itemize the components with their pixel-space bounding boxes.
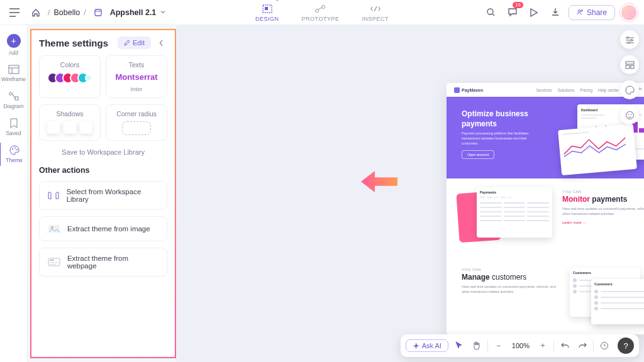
settings-icon[interactable] xyxy=(620,30,639,49)
help-icon[interactable]: ? xyxy=(618,337,634,354)
preview-section-monitor: Payments YOU CAN Monitor payments View r… xyxy=(447,178,644,256)
svg-rect-2 xyxy=(265,7,268,10)
tutorial-arrow xyxy=(361,171,397,192)
svg-rect-14 xyxy=(48,225,60,233)
shadows-card[interactable]: Shadows xyxy=(39,104,101,141)
svg-rect-17 xyxy=(50,260,54,261)
sidebar-diagram[interactable]: Diagram xyxy=(0,89,27,112)
svg-rect-0 xyxy=(95,9,101,16)
svg-point-6 xyxy=(578,10,580,13)
chevron-down-icon[interactable] xyxy=(160,8,166,17)
preview-logo: PayMaven xyxy=(454,87,483,93)
svg-point-20 xyxy=(626,36,628,38)
texts-card[interactable]: Texts Montserrat Inter xyxy=(106,55,167,98)
download-icon[interactable] xyxy=(547,4,564,21)
svg-rect-23 xyxy=(626,62,634,64)
sidebar-wireframe[interactable]: Wireframe xyxy=(0,62,27,85)
edit-button[interactable]: Edit xyxy=(118,36,151,49)
history-icon[interactable] xyxy=(597,339,611,353)
webpage-icon xyxy=(47,256,61,268)
preview-hero: Optimize businesspayments Payment proces… xyxy=(447,97,644,178)
bookmark-icon xyxy=(9,118,18,128)
comments-badge: 18 xyxy=(513,2,523,8)
action-extract-image[interactable]: Extract theme from image xyxy=(39,216,167,241)
font-secondary: Inter xyxy=(130,85,142,92)
avatar[interactable] xyxy=(620,4,638,21)
ask-ai-button[interactable]: Ask AI xyxy=(406,339,448,352)
layers-icon[interactable] xyxy=(620,55,639,74)
panel-title: Theme settings xyxy=(39,38,108,48)
top-bar: / Bobello / Appshell 2.1 DESIGN PROTOTYP… xyxy=(0,0,644,25)
svg-point-11 xyxy=(12,148,13,150)
color-swatches xyxy=(47,72,92,84)
breadcrumb-workspace[interactable]: Bobello xyxy=(53,8,80,17)
canvas[interactable]: PayMaven ServicesSolutionsPricingHelp ce… xyxy=(176,25,644,362)
theme-rail-icon[interactable] xyxy=(620,80,639,99)
menu-icon[interactable] xyxy=(6,4,23,21)
svg-rect-8 xyxy=(9,65,19,74)
plus-icon: + xyxy=(7,34,21,48)
svg-rect-24 xyxy=(626,65,630,69)
other-actions-title: Other actions xyxy=(39,166,167,175)
collapse-icon[interactable] xyxy=(155,36,167,49)
preview-nav: PayMaven ServicesSolutionsPricingHelp ce… xyxy=(447,83,644,97)
svg-point-5 xyxy=(487,9,493,14)
action-select-library[interactable]: Select from Workspace Library xyxy=(39,181,167,210)
tab-prototype[interactable]: PROTOTYPE xyxy=(302,3,340,22)
svg-point-26 xyxy=(626,111,633,119)
svg-point-4 xyxy=(322,5,325,8)
comments-icon[interactable]: 18 xyxy=(504,4,521,21)
cursor-icon[interactable] xyxy=(452,339,466,353)
library-icon xyxy=(47,190,60,201)
breadcrumb: / Bobello / Appshell 2.1 xyxy=(28,4,166,21)
svg-point-7 xyxy=(581,10,583,12)
sparkle-icon xyxy=(413,343,419,349)
inspect-icon xyxy=(369,3,382,14)
image-icon xyxy=(47,223,61,234)
palette-icon xyxy=(9,145,19,155)
redo-icon[interactable] xyxy=(575,339,589,353)
svg-rect-19 xyxy=(50,264,56,265)
design-icon xyxy=(261,3,274,14)
sidebar-theme[interactable]: Theme xyxy=(0,143,26,166)
ai-face-icon[interactable] xyxy=(620,106,639,124)
people-icon xyxy=(577,9,584,16)
sidebar-saved[interactable]: Saved xyxy=(0,116,27,139)
theme-panel: Theme settings Edit Colors xyxy=(30,29,176,358)
top-right: 18 Share xyxy=(483,4,638,21)
undo-icon[interactable] xyxy=(558,339,572,353)
right-rail xyxy=(620,30,639,124)
diagram-icon xyxy=(8,91,19,101)
font-primary: Montserrat xyxy=(115,72,157,82)
action-extract-webpage[interactable]: Extract theme from webpage xyxy=(39,248,167,277)
preview-section-customers: Customers Customers YOU CAN xyxy=(447,256,644,334)
share-button[interactable]: Share xyxy=(569,5,615,20)
zoom-in-icon[interactable]: + xyxy=(536,339,550,353)
search-icon[interactable] xyxy=(483,4,499,21)
bottom-toolbar: Ask AI − 100% + ? xyxy=(401,334,639,357)
svg-point-15 xyxy=(51,226,53,229)
colors-card[interactable]: Colors xyxy=(39,55,101,98)
hand-icon[interactable] xyxy=(470,339,484,353)
radius-card[interactable]: Corner radius xyxy=(106,104,167,141)
svg-point-21 xyxy=(630,39,632,41)
left-sidebar: + Add Wireframe Diagram Saved Theme xyxy=(0,25,28,362)
home-icon[interactable] xyxy=(28,4,44,21)
breadcrumb-project[interactable]: Appshell 2.1 xyxy=(110,8,157,17)
svg-rect-18 xyxy=(50,262,58,263)
page-preview[interactable]: PayMaven ServicesSolutionsPricingHelp ce… xyxy=(447,83,644,334)
tab-inspect[interactable]: INSPECT xyxy=(362,3,389,22)
play-icon[interactable] xyxy=(526,4,542,21)
svg-rect-10 xyxy=(15,97,18,100)
svg-point-13 xyxy=(16,149,18,150)
svg-rect-25 xyxy=(631,65,634,69)
save-to-library-link[interactable]: Save to Workspace Library xyxy=(39,147,167,157)
zoom-level[interactable]: 100% xyxy=(509,342,532,349)
svg-point-27 xyxy=(628,114,629,115)
sidebar-add[interactable]: + Add xyxy=(0,31,27,58)
tab-design[interactable]: DESIGN xyxy=(255,3,279,22)
svg-point-28 xyxy=(630,114,631,115)
mode-tabs: DESIGN PROTOTYPE INSPECT xyxy=(255,3,389,22)
svg-point-9 xyxy=(9,92,12,96)
zoom-out-icon[interactable]: − xyxy=(492,339,506,353)
